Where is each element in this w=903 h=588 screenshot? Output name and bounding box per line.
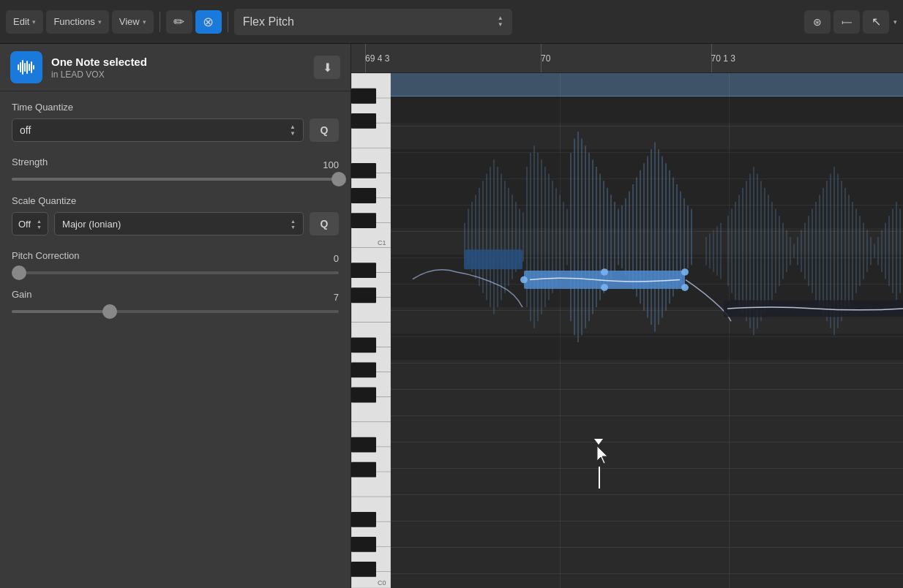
svg-rect-65: [533, 146, 535, 328]
toolbar-divider-2: [228, 12, 228, 32]
cursor-tool-button[interactable]: ↖: [863, 10, 889, 34]
svg-rect-135: [804, 223, 806, 279]
time-quantize-section: Time Quantize off ▲ ▼ Q: [12, 102, 339, 142]
svg-rect-45: [351, 562, 376, 577]
edit-menu-button[interactable]: Edit ▾: [6, 10, 43, 34]
timeline-marker-1: 69 4 3: [365, 53, 389, 64]
strength-slider-track[interactable]: [12, 178, 339, 181]
timeline-marker-3: 70 1 3: [711, 53, 735, 64]
svg-rect-66: [537, 153, 539, 321]
note-block-dark-left[interactable]: [464, 249, 522, 269]
pitch-correction-slider-track[interactable]: [12, 271, 339, 274]
svg-text:C0: C0: [378, 579, 386, 587]
timeline-marker-2: 70: [541, 53, 550, 64]
note-handle-left[interactable]: [520, 276, 528, 284]
svg-rect-52: [486, 174, 487, 301]
svg-rect-151: [863, 223, 864, 279]
gain-slider-track[interactable]: [12, 310, 339, 313]
svg-rect-149: [855, 209, 857, 293]
svg-rect-58: [508, 188, 509, 286]
pencil-tool-button[interactable]: ✏: [166, 10, 192, 34]
svg-rect-57: [504, 181, 506, 293]
gain-label: Gain: [12, 289, 31, 300]
svg-rect-37: [351, 287, 376, 303]
strength-section: Strength 100: [12, 157, 339, 181]
scale-quantize-off-select[interactable]: Off ▲ ▼: [12, 212, 48, 235]
svg-rect-146: [844, 188, 846, 314]
scale-quantize-row: Off ▲ ▼ Major (Ionian) ▲ ▼ Q: [12, 212, 339, 235]
svg-rect-139: [819, 195, 820, 307]
pitch-correction-slider-thumb[interactable]: [12, 265, 26, 280]
pitch-curve-1: [413, 270, 522, 307]
inspector-button[interactable]: ⟝: [833, 10, 860, 34]
scale-off-value: Off: [18, 219, 31, 230]
svg-rect-77: [577, 132, 579, 342]
svg-rect-118: [742, 188, 743, 314]
controls-panel: Time Quantize off ▲ ▼ Q Strength: [0, 91, 351, 588]
smart-controls-button[interactable]: ⊛: [804, 10, 831, 34]
svg-rect-128: [779, 216, 780, 286]
svg-rect-34: [351, 188, 376, 203]
svg-rect-134: [801, 230, 802, 272]
cursor-chevron-icon: ▾: [893, 18, 897, 26]
svg-rect-55: [497, 167, 498, 307]
svg-rect-130: [786, 230, 787, 272]
svg-rect-72: [559, 195, 561, 279]
selection-overlay: [391, 73, 903, 97]
import-button[interactable]: ⬇: [314, 56, 340, 79]
grid-area[interactable]: [391, 73, 903, 588]
svg-rect-160: [896, 202, 897, 300]
svg-rect-148: [852, 202, 853, 300]
svg-rect-127: [775, 209, 776, 293]
gain-slider-thumb[interactable]: [102, 304, 117, 319]
svg-rect-36: [351, 263, 376, 278]
svg-rect-158: [888, 216, 890, 286]
svg-rect-81: [592, 159, 593, 314]
scale-quantize-scale-select[interactable]: Major (Ionian) ▲ ▼: [54, 212, 304, 235]
svg-rect-109: [705, 237, 707, 265]
svg-rect-39: [351, 363, 376, 378]
time-quantize-select[interactable]: off ▲ ▼: [12, 118, 304, 142]
waveform-svg-bg: [391, 97, 903, 588]
view-label: View: [119, 16, 140, 27]
time-quantize-value: off: [20, 124, 31, 136]
note-handle-middle-bottom[interactable]: [601, 284, 608, 291]
svg-rect-42: [351, 462, 376, 478]
svg-rect-115: [731, 209, 732, 293]
note-handle-middle-top[interactable]: [601, 268, 608, 276]
timeline-inner: 69 4 3 70 70 1 3: [354, 44, 903, 72]
flex-tool-button[interactable]: ⊗: [195, 10, 222, 34]
svg-rect-159: [892, 209, 893, 293]
svg-rect-40: [351, 388, 376, 403]
svg-rect-97: [651, 149, 652, 325]
svg-rect-3: [24, 63, 26, 72]
svg-rect-161: [899, 209, 901, 293]
view-menu-button[interactable]: View ▾: [112, 10, 154, 34]
flex-pitch-selector[interactable]: Flex Pitch ▲ ▼: [234, 9, 512, 35]
note-handle-right-top[interactable]: [681, 268, 689, 276]
svg-rect-108: [691, 209, 692, 265]
svg-rect-50: [479, 188, 480, 286]
svg-rect-46: [464, 223, 465, 251]
note-handle-right-bottom[interactable]: [681, 284, 689, 291]
functions-label: Functions: [53, 16, 94, 27]
svg-rect-152: [866, 230, 868, 272]
svg-rect-156: [881, 230, 883, 272]
strength-slider-thumb[interactable]: [331, 172, 346, 186]
svg-rect-56: [501, 174, 502, 301]
scale-value: Major (Ionian): [62, 219, 121, 230]
view-chevron-icon: ▾: [143, 18, 146, 26]
svg-rect-31: [351, 88, 376, 104]
scale-quantize-q-button[interactable]: Q: [310, 212, 339, 235]
svg-rect-117: [738, 195, 740, 307]
functions-menu-button[interactable]: Functions ▾: [46, 10, 108, 34]
svg-rect-107: [687, 206, 689, 268]
svg-rect-0: [18, 64, 19, 70]
svg-rect-64: [530, 153, 531, 321]
svg-rect-125: [768, 195, 769, 307]
svg-rect-7: [33, 65, 34, 69]
svg-rect-35: [351, 213, 376, 228]
svg-rect-38: [351, 337, 376, 353]
strength-slider-fill: [12, 178, 339, 181]
time-quantize-q-button[interactable]: Q: [310, 118, 339, 142]
